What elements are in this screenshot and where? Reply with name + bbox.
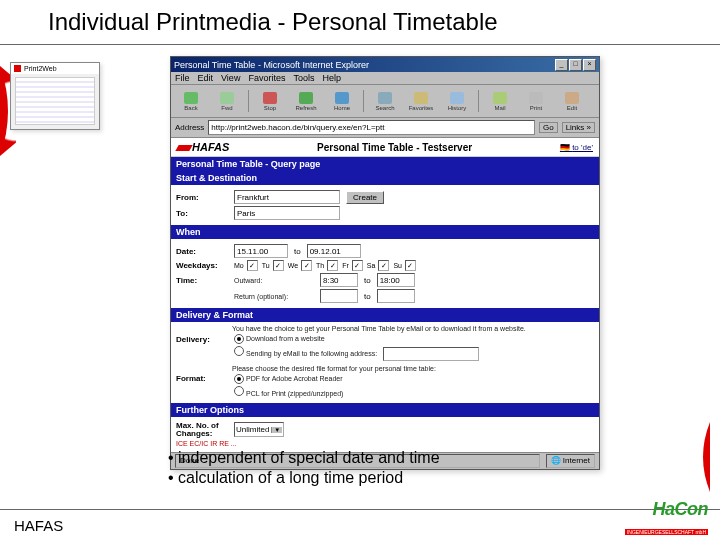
hacon-logo: HaCon [625,499,708,520]
home-button[interactable]: Home [325,87,359,115]
radio-pdf[interactable] [234,374,244,384]
cb-fr[interactable]: ✓ [352,260,363,271]
edit-button[interactable]: Edit [555,87,589,115]
time-out-start[interactable] [320,273,358,287]
print2web-thumbnail: Print2Web [10,62,100,130]
section-startdest: Start & Destination [171,171,599,185]
window-titlebar: Personal Time Table - Microsoft Internet… [171,57,599,72]
create-button[interactable]: Create [346,191,384,204]
window-title: Personal Time Table - Microsoft Internet… [174,60,369,70]
hafas-logo: HAFAS [177,141,229,153]
time-ret-end[interactable] [377,289,415,303]
hacon-subtitle: INGENIEURGESELLSCHAFT mbH [625,529,708,535]
red-accent-right [698,422,710,492]
from-input[interactable] [234,190,340,204]
address-label: Address [175,123,204,132]
status-zone: 🌐 Internet [546,454,595,468]
format-label: Format: [176,374,228,383]
date-label: Date: [176,247,228,256]
delivery-label: Delivery: [176,335,228,344]
page-heading: Personal Time Table - Testserver [229,142,560,153]
email-input[interactable] [383,347,479,361]
address-input[interactable] [208,120,535,135]
menu-file[interactable]: File [175,73,190,83]
return-label: Return (optional): [234,293,314,300]
menubar: File Edit View Favorites Tools Help [171,72,599,85]
slide-bullets: • independent of special date and time •… [168,448,440,488]
language-link[interactable]: 🇩🇪 to 'de' [560,143,593,152]
date-start-input[interactable] [234,244,288,258]
menu-edit[interactable]: Edit [198,73,214,83]
footer-right: HaCon INGENIEURGESELLSCHAFT mbH [625,499,708,538]
cb-sa[interactable]: ✓ [378,260,389,271]
browser-window: Personal Time Table - Microsoft Internet… [170,56,600,470]
footer-left: HAFAS [14,517,63,534]
back-button[interactable]: Back [174,87,208,115]
maxchg-label: Max. No. of Changes: [176,422,228,438]
from-label: From: [176,193,228,202]
maxchg-select[interactable]: Unlimited▼ [234,422,284,437]
address-bar: Address Go Links » [171,118,599,138]
cb-mo[interactable]: ✓ [247,260,258,271]
time-out-end[interactable] [377,273,415,287]
menu-favorites[interactable]: Favorites [248,73,285,83]
cb-tu[interactable]: ✓ [273,260,284,271]
radio-pcl[interactable] [234,386,244,396]
history-button[interactable]: History [440,87,474,115]
date-end-input[interactable] [307,244,361,258]
menu-view[interactable]: View [221,73,240,83]
go-button[interactable]: Go [539,122,558,133]
print-button[interactable]: Print [519,87,553,115]
time-ret-start[interactable] [320,289,358,303]
stop-button[interactable]: Stop [253,87,287,115]
menu-tools[interactable]: Tools [293,73,314,83]
forward-button[interactable]: Fwd [210,87,244,115]
section-further: Further Options [171,403,599,417]
cb-su[interactable]: ✓ [405,260,416,271]
section-query: Personal Time Table - Query page [171,157,599,171]
cb-th[interactable]: ✓ [327,260,338,271]
refresh-button[interactable]: Refresh [289,87,323,115]
section-delivery: Delivery & Format [171,308,599,322]
format-intro: Please choose the desired file format fo… [232,365,594,372]
delivery-intro: You have the choice to get your Personal… [232,325,594,332]
cb-we[interactable]: ✓ [301,260,312,271]
bullet-2: • calculation of a long time period [168,468,440,488]
close-button[interactable]: × [583,59,596,71]
bullet-1: • independent of special date and time [168,448,440,468]
search-button[interactable]: Search [368,87,402,115]
slide-title: Individual Printmedia - Personal Timetab… [0,0,720,45]
time-label: Time: [176,276,228,285]
weekdays-label: Weekdays: [176,261,228,270]
thumb-label: Print2Web [24,65,57,72]
favorites-button[interactable]: Favorites [404,87,438,115]
radio-email[interactable] [234,346,244,356]
weekdays-group: Mo✓ Tu✓ We✓ Th✓ Fr✓ Sa✓ Su✓ [234,260,417,271]
toolbar: Back Fwd Stop Refresh Home Search Favori… [171,85,599,118]
products-row: ICE EC/IC IR RE ... [176,440,594,447]
outward-label: Outward: [234,277,314,284]
to-input[interactable] [234,206,340,220]
radio-download[interactable] [234,334,244,344]
links-button[interactable]: Links » [562,122,595,133]
menu-help[interactable]: Help [322,73,341,83]
mail-button[interactable]: Mail [483,87,517,115]
to-label: To: [176,209,228,218]
maximize-button[interactable]: □ [569,59,582,71]
section-when: When [171,225,599,239]
page-content: HAFAS Personal Time Table - Testserver 🇩… [171,138,599,452]
minimize-button[interactable]: _ [555,59,568,71]
